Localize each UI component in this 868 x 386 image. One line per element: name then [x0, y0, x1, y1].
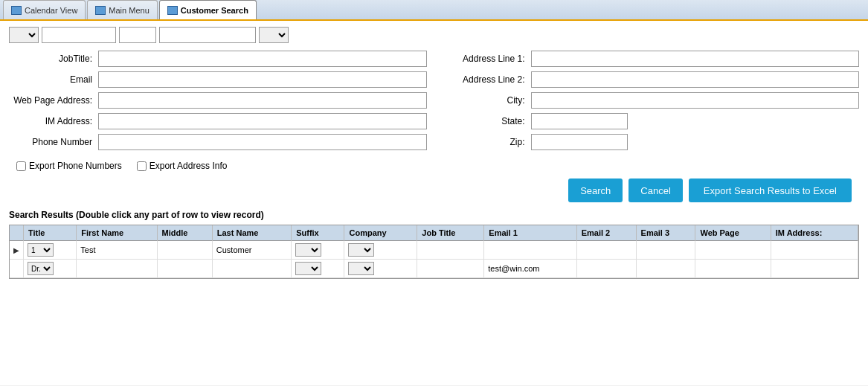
table-row[interactable]: Dr.test@win.com — [10, 260, 858, 278]
row-suffix-cell — [292, 260, 344, 278]
menu-icon — [95, 6, 106, 15]
col-last-name: Last Name — [212, 225, 291, 241]
row-job-title — [417, 260, 484, 278]
im-address-input[interactable] — [98, 113, 427, 129]
cancel-button[interactable]: Cancel — [629, 178, 682, 202]
job-title-input[interactable] — [98, 51, 427, 67]
row-arrow — [10, 260, 24, 278]
address2-row: Address Line 2: — [442, 71, 860, 88]
tab-main-menu-label: Main Menu — [109, 6, 149, 15]
row-title-cell: Dr. — [24, 260, 77, 278]
address2-input[interactable] — [531, 71, 860, 88]
web-page-label: Web Page Address: — [9, 95, 98, 106]
row-title-cell: 1 — [24, 241, 77, 260]
address1-row: Address Line 1: — [442, 51, 860, 67]
row-suffix-select-1[interactable] — [295, 262, 321, 275]
first-name-filter[interactable] — [42, 27, 116, 43]
address1-label: Address Line 1: — [442, 54, 531, 64]
phone-row: Phone Number — [9, 134, 427, 150]
export-address-checkbox[interactable] — [137, 161, 147, 171]
city-label: City: — [442, 95, 531, 106]
col-first-name: First Name — [77, 225, 157, 241]
col-web-page: Web Page — [695, 225, 771, 241]
col-title: Title — [24, 225, 77, 241]
row-company-select-1[interactable] — [348, 262, 374, 275]
middle-filter[interactable] — [119, 27, 156, 43]
export-phone-checkbox-label[interactable]: Export Phone Numbers — [16, 161, 122, 171]
state-label: State: — [442, 116, 531, 126]
col-email3: Email 3 — [636, 225, 695, 241]
web-page-row: Web Page Address: — [9, 92, 427, 109]
tab-calendar-label: Calendar View — [25, 6, 77, 15]
tab-customer-search-label: Customer Search — [181, 6, 248, 15]
export-address-text: Export Address Info — [150, 161, 228, 171]
zip-row: Zip: — [442, 134, 860, 150]
export-excel-button[interactable]: Export Search Results to Excel — [689, 178, 852, 202]
phone-input[interactable] — [98, 134, 427, 150]
row-web-page — [695, 241, 771, 260]
row-middle — [157, 260, 212, 278]
row-email3 — [636, 241, 695, 260]
export-phone-text: Export Phone Numbers — [29, 161, 122, 171]
row-middle — [157, 241, 212, 260]
calendar-icon — [11, 6, 22, 15]
row-suffix-select-0[interactable] — [295, 243, 321, 257]
city-row: City: — [442, 92, 860, 109]
suffix-select[interactable] — [259, 27, 289, 43]
row-company-cell — [344, 260, 417, 278]
email-input[interactable] — [98, 71, 427, 88]
row-last-name: Customer — [212, 241, 291, 260]
search-button[interactable]: Search — [568, 178, 623, 202]
state-row: State: — [442, 113, 860, 129]
buttons-row: Search Cancel Export Search Results to E… — [9, 178, 859, 202]
filter-row — [9, 27, 859, 43]
results-table: Title First Name Middle Last Name Suffix… — [10, 225, 858, 278]
im-address-label: IM Address: — [9, 116, 98, 126]
col-middle: Middle — [157, 225, 212, 241]
address2-label: Address Line 2: — [442, 74, 531, 85]
tab-bar: Calendar View Main Menu Customer Search — [0, 0, 868, 21]
col-email2: Email 2 — [576, 225, 636, 241]
zip-label: Zip: — [442, 137, 531, 147]
row-im-address — [771, 260, 858, 278]
row-company-select-0[interactable] — [348, 243, 374, 257]
col-arrow — [10, 225, 24, 241]
row-last-name — [212, 260, 291, 278]
export-address-checkbox-label[interactable]: Export Address Info — [137, 161, 228, 171]
job-title-row: JobTitle: — [9, 51, 427, 67]
row-email1: test@win.com — [484, 260, 576, 278]
form-right: Address Line 1: Address Line 2: City: St… — [442, 51, 860, 155]
results-label: Search Results (Double click any part of… — [9, 210, 859, 220]
export-phone-checkbox[interactable] — [16, 161, 26, 171]
row-email3 — [636, 260, 695, 278]
city-input[interactable] — [531, 92, 860, 109]
col-suffix: Suffix — [292, 225, 344, 241]
phone-label: Phone Number — [9, 137, 98, 147]
row-title-select-0[interactable]: 1 — [28, 243, 54, 257]
title-select[interactable] — [9, 27, 39, 43]
address1-input[interactable] — [531, 51, 860, 67]
email-row: Email — [9, 71, 427, 88]
row-first-name: Test — [77, 241, 157, 260]
web-page-input[interactable] — [98, 92, 427, 109]
col-email1: Email 1 — [484, 225, 576, 241]
state-input[interactable] — [531, 113, 628, 129]
row-title-select-1[interactable]: Dr. — [28, 262, 54, 275]
col-im-address: IM Address: — [771, 225, 858, 241]
last-name-filter[interactable] — [159, 27, 256, 43]
row-job-title — [417, 241, 484, 260]
tab-main-menu[interactable]: Main Menu — [87, 0, 157, 19]
row-arrow: ▶ — [10, 241, 24, 260]
tab-calendar-view[interactable]: Calendar View — [3, 0, 86, 19]
checkbox-row: Export Phone Numbers Export Address Info — [16, 161, 859, 171]
email-label: Email — [9, 74, 98, 85]
row-email2 — [576, 241, 636, 260]
zip-input[interactable] — [531, 134, 628, 150]
col-company: Company — [344, 225, 417, 241]
form-section: JobTitle: Email Web Page Address: IM Add… — [9, 51, 859, 155]
table-row[interactable]: ▶1TestCustomer — [10, 241, 858, 260]
tab-customer-search[interactable]: Customer Search — [159, 0, 257, 19]
row-im-address — [771, 241, 858, 260]
row-email2 — [576, 260, 636, 278]
job-title-label: JobTitle: — [9, 54, 98, 64]
